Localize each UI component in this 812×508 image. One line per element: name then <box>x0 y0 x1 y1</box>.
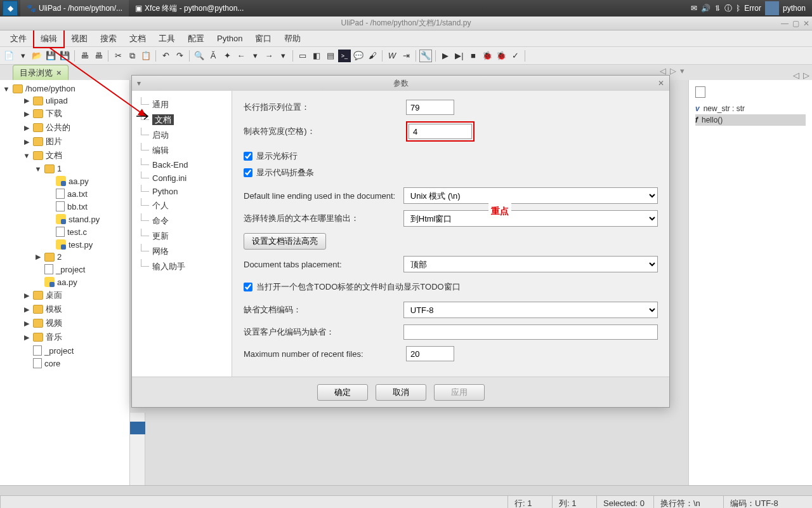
expander-icon[interactable]: ▶ <box>23 124 30 132</box>
cut-icon[interactable]: ✂ <box>112 50 124 62</box>
tree-item[interactable]: ▶桌面 <box>0 288 129 302</box>
tab-prev-icon[interactable]: ◁ <box>660 66 666 76</box>
settings-category-编辑[interactable]: 编辑 <box>134 143 229 158</box>
ok-button[interactable]: 确定 <box>317 384 368 401</box>
tab-menu-icon[interactable]: ▾ <box>680 66 684 76</box>
tree-item[interactable]: ▼1 <box>0 163 129 175</box>
play-icon[interactable]: ▶ <box>439 50 452 62</box>
tree-item[interactable]: test.py <box>0 238 129 251</box>
save-all-icon[interactable]: 💾 <box>58 50 71 62</box>
taskbar-task-ulipad[interactable]: 🐾 UliPad - /home/python/... <box>20 0 129 17</box>
tree-item[interactable]: ▼文档 <box>0 149 129 163</box>
tab-prev-icon[interactable]: ◁ <box>793 70 799 80</box>
dropdown-icon[interactable]: ▾ <box>16 50 29 62</box>
expander-icon[interactable]: ▶ <box>23 291 30 300</box>
mail-icon[interactable]: ✉ <box>691 4 697 13</box>
print-icon[interactable]: 🖶 <box>78 50 91 62</box>
tabs-placement-select[interactable]: 顶部 <box>403 256 658 272</box>
forward-icon[interactable]: → <box>263 50 275 62</box>
tool-icon[interactable]: 🔧 <box>419 50 432 62</box>
tree-item[interactable]: _project <box>0 344 129 357</box>
expander-icon[interactable]: ▶ <box>23 333 30 342</box>
username[interactable]: python <box>783 4 806 13</box>
tree-item[interactable]: ▶ulipad <box>0 95 129 107</box>
expander-icon[interactable]: ▶ <box>23 138 30 146</box>
brush-icon[interactable]: 🖌 <box>366 50 379 62</box>
save-icon[interactable]: 💾 <box>44 50 57 62</box>
menu-窗口[interactable]: 窗口 <box>249 30 278 47</box>
find-files-icon[interactable]: ✦ <box>221 50 233 62</box>
expander-icon[interactable]: ▶ <box>23 319 30 328</box>
dropdown-icon[interactable]: ▾ <box>249 50 261 62</box>
expander-icon[interactable]: ▶ <box>23 97 30 105</box>
close-icon[interactable]: ✕ <box>658 79 664 88</box>
tree-item[interactable]: stand.py <box>0 213 129 225</box>
tree-item[interactable]: bb.txt <box>0 200 129 213</box>
stop-icon[interactable]: ■ <box>467 50 480 62</box>
custom-encoding-input[interactable] <box>403 324 658 340</box>
tab-next-icon[interactable]: ▷ <box>670 66 676 76</box>
convert-output-select[interactable]: 到Html窗口 <box>403 210 658 227</box>
tree-item[interactable]: ▶公共的 <box>0 121 129 135</box>
settings-category-输入助手[interactable]: 输入助手 <box>134 259 229 274</box>
record2-icon[interactable]: 🐞 <box>495 50 508 62</box>
tree-item[interactable]: ▶下载 <box>0 107 129 121</box>
tab-width-input[interactable] <box>409 124 472 139</box>
expander-icon[interactable]: ▼ <box>34 165 42 173</box>
menu-文件[interactable]: 文件 <box>4 30 33 47</box>
expander-icon[interactable]: ▼ <box>23 152 30 159</box>
menu-帮助[interactable]: 帮助 <box>278 30 307 47</box>
maximize-icon[interactable]: ▢ <box>792 19 799 28</box>
symbol-variable[interactable]: v new_str : str <box>695 103 806 114</box>
expander-icon[interactable]: ▶ <box>23 110 30 118</box>
settings-category-通用[interactable]: 通用 <box>134 97 229 112</box>
long-line-input[interactable] <box>406 100 454 115</box>
show-cursor-checkbox[interactable] <box>244 152 252 161</box>
volume-icon[interactable]: 🔊 <box>701 4 710 13</box>
record-icon[interactable]: 🐞 <box>481 50 494 62</box>
settings-category-Config.ini[interactable]: Config.ini <box>134 171 229 185</box>
taskbar-task-terminal[interactable]: ▣ Xfce 终端 - python@python... <box>129 0 250 17</box>
tree-item[interactable]: ▶模板 <box>0 302 129 316</box>
tree-item[interactable]: ▶2 <box>0 251 129 263</box>
menu-搜索[interactable]: 搜索 <box>94 30 123 47</box>
tree-item[interactable]: _project <box>0 263 129 276</box>
recent-files-input[interactable] <box>406 346 454 361</box>
open-icon[interactable]: 📂 <box>30 50 43 62</box>
dropdown-icon[interactable]: ▾ <box>277 50 289 62</box>
network-icon[interactable]: ⥮ <box>714 4 721 13</box>
minimize-icon[interactable]: — <box>781 19 789 28</box>
line-ending-select[interactable]: Unix 模式 (\n) <box>403 187 658 204</box>
tab-icon[interactable]: ⇥ <box>400 50 412 62</box>
back-icon[interactable]: ▾ <box>137 79 141 88</box>
page-icon[interactable] <box>695 86 705 98</box>
bluetooth-icon[interactable]: ᛒ <box>736 4 740 13</box>
check-icon[interactable]: ✓ <box>509 50 521 62</box>
user-avatar-icon[interactable] <box>765 1 779 15</box>
panel-icon[interactable]: ▤ <box>324 50 337 62</box>
wrap-icon[interactable]: W <box>386 50 398 62</box>
settings-category-更新[interactable]: 更新 <box>134 229 229 244</box>
copy-icon[interactable]: ⧉ <box>126 50 138 62</box>
menu-文档[interactable]: 文档 <box>123 30 152 47</box>
symbol-function[interactable]: f hello() <box>695 114 806 126</box>
paste-icon[interactable]: 📋 <box>140 50 152 62</box>
print-preview-icon[interactable]: 🖶 <box>92 50 105 62</box>
tree-item[interactable]: ▶音乐 <box>0 330 129 344</box>
tree-item[interactable]: aa.py <box>0 175 129 187</box>
tree-item[interactable]: ▶视频 <box>0 316 129 330</box>
directory-browse-tab[interactable]: 目录浏览 × <box>13 65 69 80</box>
expander-icon[interactable]: ▶ <box>34 253 42 261</box>
redo-icon[interactable]: ↷ <box>173 50 186 62</box>
error-indicator[interactable]: Error <box>744 4 761 13</box>
show-fold-checkbox[interactable] <box>244 168 252 177</box>
expander-icon[interactable]: ▼ <box>3 85 10 93</box>
info-icon[interactable]: ⓘ <box>724 3 732 14</box>
settings-category-启动[interactable]: 启动 <box>134 128 229 143</box>
launcher-icon[interactable]: ◆ <box>3 1 18 16</box>
syntax-highlight-button[interactable]: 设置文档语法高亮 <box>244 233 326 250</box>
default-encoding-select[interactable]: UTF-8 <box>403 302 658 318</box>
shell-icon[interactable]: >_ <box>338 50 351 62</box>
tree-item[interactable]: ▶图片 <box>0 135 129 149</box>
settings-category-Python[interactable]: Python <box>134 185 229 198</box>
